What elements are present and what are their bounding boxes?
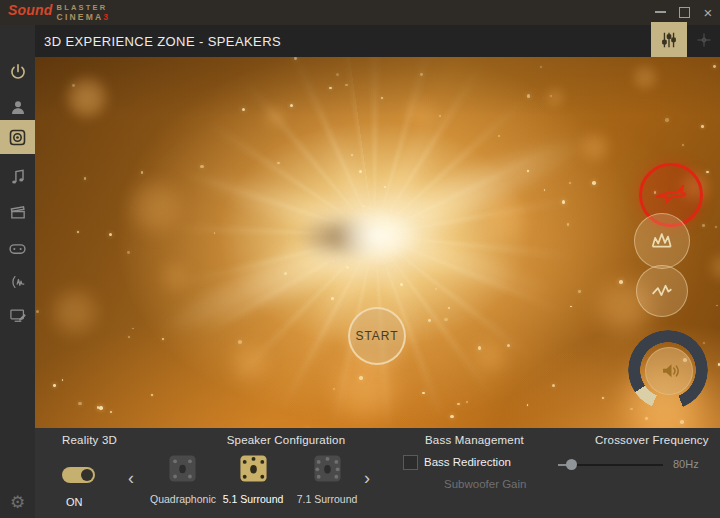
speaker-option-7-1-surround[interactable]: 7.1 Surround	[295, 452, 359, 505]
control-panel: Reality 3D ON Speaker Configuration ‹ Qu…	[35, 428, 720, 518]
reality3d-toggle[interactable]	[62, 467, 95, 483]
sidebar-item-settings[interactable]: ⚙	[0, 485, 35, 518]
sparkle	[242, 108, 245, 111]
sidebar-item-music[interactable]	[0, 160, 35, 194]
sparkle	[214, 232, 216, 234]
slider-thumb[interactable]	[566, 459, 577, 470]
sparkle	[128, 336, 130, 338]
sparkle	[84, 177, 87, 180]
sparkle	[439, 115, 442, 118]
minimize-button[interactable]	[648, 0, 672, 24]
speaker-option-5-1-surround[interactable]: 5.1 Surround	[221, 452, 285, 505]
sparkle	[420, 73, 423, 76]
sparkle	[381, 97, 383, 99]
crossover-slider[interactable]	[558, 459, 663, 471]
voice-wave-icon	[8, 272, 28, 292]
sparkle	[400, 283, 403, 286]
power-icon	[8, 62, 28, 82]
sidebar-item-speakers[interactable]	[0, 120, 35, 154]
sparkle	[359, 170, 362, 173]
visualizer-stage: START	[35, 57, 720, 428]
sparkle	[132, 328, 134, 330]
minimize-icon	[655, 11, 666, 13]
sparkle	[238, 340, 242, 344]
vignette	[35, 57, 720, 428]
volume-button[interactable]	[645, 347, 693, 395]
sidebar-item-voice[interactable]	[0, 265, 35, 299]
sparkle	[294, 57, 297, 60]
quadraphonic-icon	[166, 452, 199, 485]
carousel-prev-button[interactable]: ‹	[121, 468, 141, 490]
sidebar: ⚙	[0, 25, 35, 518]
bokeh-blob	[545, 87, 565, 107]
crosshair-icon	[695, 31, 713, 49]
speaker-box-icon	[7, 127, 28, 148]
bass-redirection-label: Bass Redirection	[424, 456, 511, 468]
sparkle	[665, 118, 668, 121]
sparkle	[706, 171, 709, 174]
bokeh-blob	[128, 180, 183, 235]
sparkle	[110, 411, 112, 413]
sparkle	[540, 66, 542, 68]
sparkle	[333, 261, 335, 263]
sparkle	[290, 104, 293, 107]
sparkle	[552, 384, 555, 387]
jet-icon	[654, 178, 688, 212]
sidebar-item-profile[interactable]	[0, 90, 35, 124]
page-header: 3D EXPERIENCE ZONE - SPEAKERS	[0, 25, 720, 57]
sparkle	[527, 404, 529, 406]
app-logo: Sound BLASTER CINEMA3	[8, 3, 110, 21]
subwoofer-gain-label: Subwoofer Gain	[444, 478, 526, 490]
speaker-volume-icon	[656, 358, 682, 384]
sparkle	[716, 305, 718, 307]
sparkle	[417, 220, 419, 222]
crown-wave-demo-button[interactable]	[634, 213, 690, 269]
crown-wave-icon	[647, 226, 677, 256]
carousel-next-button[interactable]: ›	[357, 468, 377, 490]
zigzag-wave-icon	[648, 277, 676, 305]
sparkle	[713, 65, 716, 68]
equalizer-sliders-icon	[659, 30, 679, 50]
calibrate-button[interactable]	[689, 24, 719, 55]
volume-knob[interactable]	[628, 330, 708, 410]
sparkle	[336, 73, 339, 76]
sidebar-item-games[interactable]	[0, 230, 35, 264]
close-button[interactable]: ×	[696, 0, 720, 24]
user-icon	[8, 97, 28, 117]
sparkle	[346, 266, 349, 269]
speaker-option-quadraphonic[interactable]: Quadraphonic	[150, 452, 214, 505]
bokeh-blob	[472, 339, 508, 375]
sparkle	[333, 388, 335, 390]
sparkle	[329, 87, 331, 89]
sparkle	[428, 319, 431, 322]
sparkle	[450, 415, 453, 418]
sparkle	[457, 403, 460, 406]
sparkle	[384, 186, 386, 188]
display-edit-icon	[8, 305, 28, 325]
sparkle	[127, 251, 130, 254]
sparkle	[680, 420, 684, 424]
speaker-option-label: 7.1 Surround	[295, 493, 359, 505]
reality3d-state: ON	[66, 496, 83, 508]
page-title: 3D EXPERIENCE ZONE - SPEAKERS	[44, 34, 281, 49]
bokeh-blob	[160, 262, 190, 292]
sparkle	[422, 392, 425, 395]
bass-redirection-checkbox[interactable]	[403, 455, 418, 470]
sparkle	[569, 182, 571, 184]
start-demo-button[interactable]: START	[348, 307, 406, 365]
sparkle	[562, 200, 566, 204]
sparkle	[701, 125, 703, 127]
sidebar-item-power[interactable]	[0, 55, 35, 89]
sidebar-item-display[interactable]	[0, 298, 35, 332]
surround-5-1-icon	[237, 452, 270, 485]
sidebar-item-movies[interactable]	[0, 195, 35, 229]
sparkle	[578, 290, 580, 292]
equalizer-button[interactable]	[651, 22, 687, 57]
logo-three: 3	[103, 12, 110, 22]
zigzag-wave-demo-button[interactable]	[636, 265, 688, 317]
sparkle	[715, 226, 717, 228]
maximize-button[interactable]	[672, 0, 696, 24]
sparkle	[53, 384, 56, 387]
sparkle	[109, 233, 112, 236]
sparkle	[78, 402, 81, 405]
